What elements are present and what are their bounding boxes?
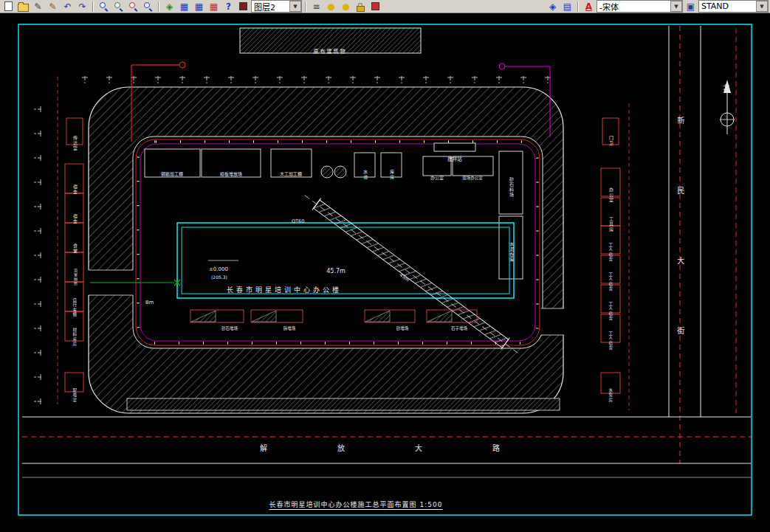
toolbar-separator xyxy=(305,1,306,12)
dropdown-arrow-icon[interactable]: ▼ xyxy=(289,1,301,12)
dropdown-arrow-icon[interactable]: ▼ xyxy=(670,1,682,12)
dim-style-icon: ▣ xyxy=(687,1,695,13)
layer-lock-button[interactable] xyxy=(354,1,368,13)
current-color-swatch xyxy=(371,2,379,10)
stockpiles xyxy=(190,310,477,322)
layer-freeze-button[interactable]: ● xyxy=(339,1,353,13)
west-wall-ticks xyxy=(34,93,41,406)
layers-button[interactable]: ≡ xyxy=(309,1,323,13)
north-wall-ticks xyxy=(66,76,560,83)
layer-color-button[interactable] xyxy=(236,1,250,13)
dim-style-combo[interactable]: STAND ▼ xyxy=(698,0,769,13)
zoom-out-icon xyxy=(128,1,138,11)
grid-button[interactable]: ▦ xyxy=(177,1,191,13)
table-icon: ▦ xyxy=(195,1,203,13)
tower-crane xyxy=(300,190,524,360)
power-pole-symbol xyxy=(179,62,185,68)
snap-grid-icon: ▦ xyxy=(210,1,218,13)
mixer-symbol xyxy=(321,166,333,178)
help-button[interactable]: ? xyxy=(221,1,236,13)
undo-button[interactable]: ↶ xyxy=(61,1,75,13)
text-style-button[interactable]: A xyxy=(582,1,596,13)
facilities-west xyxy=(65,118,83,392)
table-button[interactable]: ▦ xyxy=(192,1,206,13)
redo-icon: ↷ xyxy=(78,1,86,13)
dropdown-arrow-icon[interactable]: ▼ xyxy=(756,1,768,12)
toolbar-separator xyxy=(158,1,159,12)
existing-building xyxy=(240,28,421,53)
layer-on-icon: ● xyxy=(327,1,334,13)
layer-on-button[interactable]: ● xyxy=(324,1,338,13)
north-arrow xyxy=(720,80,735,134)
dim-style-button[interactable]: ▣ xyxy=(684,1,698,13)
properties-button[interactable]: ▤ xyxy=(560,1,574,13)
power-pole-symbol xyxy=(499,63,505,69)
zoom-dynamic-icon xyxy=(114,1,123,11)
zoom-window-button[interactable] xyxy=(97,1,111,13)
layers-icon: ≡ xyxy=(312,1,320,13)
mixer-symbol xyxy=(334,166,346,178)
match-properties-icon: ◈ xyxy=(166,1,173,13)
undo-icon: ↶ xyxy=(63,1,71,13)
main-building xyxy=(90,223,514,298)
facilities-east xyxy=(601,118,620,393)
pencil-icon: ✎ xyxy=(34,1,41,13)
font-combo[interactable]: -宋体 ▼ xyxy=(597,0,683,13)
pan-button[interactable]: ◈ xyxy=(546,1,560,13)
drawing-area: 原有建筑物 北 长春市明星培训中心办公楼 45.7m ±0.000 (205.3… xyxy=(0,13,770,532)
mixer-station-tag xyxy=(434,143,475,151)
east-gate xyxy=(541,308,564,335)
layer-color-swatch xyxy=(239,2,247,10)
open-button[interactable] xyxy=(16,1,30,13)
copy-button[interactable] xyxy=(1,1,16,13)
dim-style-combo-value: STAND xyxy=(701,1,754,11)
copy-icon xyxy=(4,1,13,11)
pencil-button[interactable]: ✎ xyxy=(31,1,45,13)
redo-button[interactable]: ↷ xyxy=(75,1,89,13)
layer-combo[interactable]: 图层2 ▼ xyxy=(251,0,302,13)
toolbar: ✎ ✎ ↶ ↷ ◈ ▦ ▦ ▦ ? 图层2 ▼ ≡ ● ● ◈ ▤ A -宋体 … xyxy=(0,0,770,13)
zoom-window-icon xyxy=(99,1,109,11)
site-boundary xyxy=(34,76,564,413)
cad-application: ✎ ✎ ↶ ↷ ◈ ▦ ▦ ▦ ? 图层2 ▼ ≡ ● ● ◈ ▤ A -宋体 … xyxy=(0,0,770,532)
south-wall-strip xyxy=(127,398,560,410)
text-style-icon: A xyxy=(585,1,592,12)
match-properties-button[interactable]: ◈ xyxy=(162,1,176,13)
drawing-canvas[interactable] xyxy=(0,13,770,532)
layer-freeze-icon: ● xyxy=(342,1,349,13)
grid-icon: ▦ xyxy=(180,1,188,13)
zoom-in-button[interactable] xyxy=(141,1,155,13)
quill-button[interactable]: ✎ xyxy=(46,1,60,13)
layer-combo-value: 图层2 xyxy=(254,1,287,13)
properties-icon: ▤ xyxy=(563,1,571,13)
font-combo-value: -宋体 xyxy=(599,1,668,13)
zoom-in-icon xyxy=(143,1,153,11)
quill-icon: ✎ xyxy=(49,1,56,13)
zoom-out-button[interactable] xyxy=(126,1,140,13)
toolbar-separator xyxy=(92,1,94,12)
snap-grid-button[interactable]: ▦ xyxy=(207,1,221,13)
open-folder-icon xyxy=(18,4,29,12)
zoom-dynamic-button[interactable] xyxy=(111,1,126,13)
pan-icon: ◈ xyxy=(549,1,556,13)
help-icon: ? xyxy=(226,1,231,13)
toolbar-separator xyxy=(577,1,579,12)
layer-lock-icon xyxy=(357,6,365,12)
current-color-button[interactable] xyxy=(368,1,382,13)
